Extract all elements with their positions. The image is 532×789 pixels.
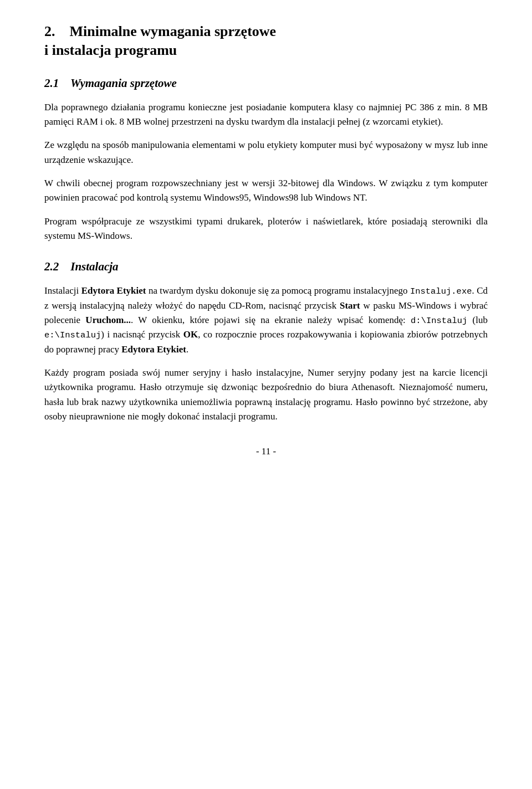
install-p1-bold1: Edytora Etykiet (81, 285, 146, 296)
install-p1-code2: d:\Instaluj (411, 316, 467, 326)
page-number: - 11 - (256, 446, 276, 457)
install-p1-bold2: Start (340, 300, 360, 311)
install-p1-bold4: OK (183, 329, 198, 340)
install-paragraph-2: Każdy program posiada swój numer seryjny… (44, 366, 488, 424)
install-p1-part7: ) i nacisnąć przycisk (101, 329, 183, 340)
paragraph-4-text: Program współpracuje ze wszystkimi typam… (44, 216, 488, 241)
install-p1-part6: (lub (467, 315, 488, 325)
install-p2-text: Każdy program posiada swój numer seryjny… (44, 367, 488, 422)
paragraph-1: Dla poprawnego działania programu koniec… (44, 100, 488, 130)
chapter-title-text: Minimalne wymagania sprzętowei instalacj… (44, 23, 276, 58)
install-p1-bold5: Edytora Etykiet (121, 344, 186, 355)
install-p1-code3: e:\Instaluj (44, 330, 101, 340)
page-footer: - 11 - (44, 446, 488, 457)
paragraph-2: Ze względu na sposób manipulowania eleme… (44, 138, 488, 167)
chapter-title: 2. Minimalne wymagania sprzętowei instal… (44, 22, 488, 60)
install-p1-part1: Instalacji (44, 285, 81, 296)
install-p1-part9: . (186, 344, 188, 355)
install-p1-part5: . W okienku, które pojawi się na ekranie… (131, 315, 411, 325)
paragraph-4: Program współpracuje ze wszystkimi typam… (44, 214, 488, 244)
install-paragraph-1: Instalacji Edytora Etykiet na twardym dy… (44, 284, 488, 357)
section-2-1-number: 2.1 (44, 76, 59, 90)
install-p1-part2: na twardym dysku dokonuje się za pomocą … (146, 285, 410, 296)
section-2-2-label: Instalacja (70, 260, 118, 273)
section-2-1-title: 2.1 Wymagania sprzętowe (44, 76, 488, 90)
paragraph-3: W chwili obecnej program rozpowszechnian… (44, 176, 488, 206)
paragraph-2-text: Ze względu na sposób manipulowania eleme… (44, 140, 488, 165)
paragraph-3-part1: W chwili obecnej program rozpowszechnian… (44, 178, 376, 188)
section-2-2-number: 2.2 (44, 260, 59, 273)
install-p1-bold3: Uruchom... (85, 315, 131, 325)
section-2-2-title: 2.2 Instalacja (44, 260, 488, 274)
section-2-1-label: Wymagania sprzętowe (70, 76, 177, 90)
install-p1-code1: Instaluj.exe (410, 286, 472, 296)
paragraph-1-text: Dla poprawnego działania programu koniec… (44, 102, 488, 127)
chapter-number: 2. (44, 23, 55, 39)
